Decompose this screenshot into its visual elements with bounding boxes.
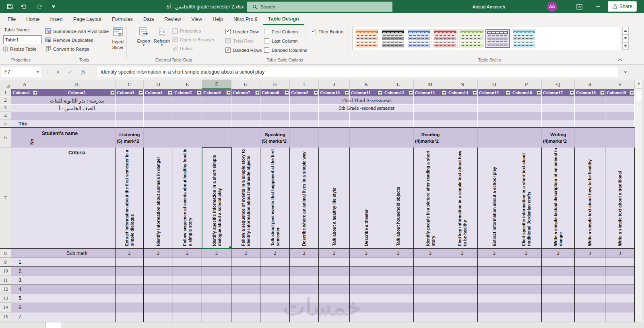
cell-F3[interactable] [202,105,231,112]
cell-A12[interactable] [11,285,38,294]
cell-P1[interactable]: Column16 [511,89,542,96]
cell-M3[interactable] [414,105,447,112]
cell-H15[interactable] [260,312,290,322]
cell-H5[interactable] [260,120,290,127]
cell-P5[interactable] [511,120,542,127]
filter-button-O[interactable] [506,90,510,95]
table-style-green[interactable] [459,29,484,48]
cell-K7[interactable]: Describe a theater [350,148,383,248]
cell-Q15[interactable] [542,312,575,322]
cell-K11[interactable] [350,276,383,285]
cell-O2[interactable] [478,97,511,104]
filter-button-J[interactable] [345,90,349,95]
cell-J5[interactable] [319,120,350,127]
row-header-6[interactable]: 6 [0,128,11,147]
cell-K5[interactable] [350,120,383,127]
sheet-tab-strip[interactable] [0,322,642,328]
redo-button[interactable] [33,0,45,13]
cell-Q2[interactable] [542,97,575,104]
col-header-Q[interactable]: Q [542,80,575,89]
cell-D5[interactable] [144,120,173,127]
active-cell-F7[interactable]: Identify specific information in a short… [202,148,231,248]
cell-S3[interactable] [605,105,635,112]
cell-S13[interactable] [605,294,635,303]
cell-C5[interactable] [116,120,144,127]
cell-J1[interactable]: Column10 [319,89,350,96]
cell-C14[interactable] [116,303,144,312]
cell-F10[interactable] [202,267,231,276]
cell-A1[interactable]: Column1 [11,89,38,96]
tab-table-design[interactable]: Table Design [263,13,304,25]
col-header-K[interactable]: K [350,80,383,89]
cell-S15[interactable] [605,312,635,322]
cell-D15[interactable] [144,312,173,322]
cell-E2[interactable] [173,97,202,104]
cell-I12[interactable] [290,285,319,294]
row-header-10[interactable]: 10 [0,267,11,276]
cell-C1[interactable]: Column3 [116,89,144,96]
cell-B9[interactable] [38,258,116,266]
cell-H13[interactable] [260,294,290,303]
select-all-corner[interactable] [0,80,11,89]
cell-M11[interactable] [414,276,447,285]
cell-A10[interactable] [11,267,38,276]
cell-C8[interactable]: 2 [116,249,144,258]
cell-H8[interactable]: 2 [260,249,290,258]
scroll-up-button[interactable] [635,80,642,87]
cell-O13[interactable] [478,294,511,303]
cell-I10[interactable] [290,267,319,276]
cell-I3[interactable] [290,105,319,112]
tab-view[interactable]: View [186,13,207,25]
row-header-14[interactable]: 14 [0,303,11,312]
formula-input[interactable]: Identify specific information in a short… [97,67,618,77]
cell-C11[interactable] [116,276,144,285]
tab-home[interactable]: Home [21,13,45,25]
user-name[interactable]: Amjad Amayreh [473,0,505,13]
cell-C4[interactable] [116,112,144,120]
cell-J8[interactable]: 2 [319,249,350,258]
cell-B5[interactable] [38,120,116,127]
external-properties-button[interactable]: Properties [172,28,201,34]
checkbox-first-column[interactable]: First Column [264,29,298,34]
cell-H9[interactable] [260,258,290,266]
cell-Q5[interactable] [542,120,575,127]
cell-A7[interactable] [11,148,38,248]
cell-D1[interactable]: Column4 [144,89,173,96]
cell-Q4[interactable] [542,112,575,120]
cell-B10[interactable] [38,267,116,276]
row-header-9[interactable]: 9 [0,258,11,266]
cell-M5[interactable] [414,120,447,127]
filter-button-Q[interactable] [570,90,574,95]
filter-button-A[interactable] [33,90,37,95]
row-header-5[interactable]: 5 [0,120,11,127]
cell-A4[interactable] [11,112,38,120]
cell-G9[interactable] [231,258,260,266]
col-header-F[interactable]: F [202,80,231,89]
cell-C10[interactable] [116,267,144,276]
cell-A9[interactable] [11,258,38,266]
filter-button-C[interactable] [138,90,143,95]
cell-E5[interactable] [173,120,202,127]
checkbox-filter-button[interactable]: Filter Button [311,29,343,34]
cell-E12[interactable] [173,285,202,294]
cell-N10[interactable] [447,267,478,276]
cell-B7[interactable] [38,148,116,248]
resize-table-button[interactable]: Resize Table [2,46,37,52]
cell-F11[interactable] [202,276,231,285]
cell-J6[interactable] [319,128,350,147]
cell-R11[interactable] [575,276,605,285]
cell-I7[interactable]: Describe where an animal lives in a simp… [290,148,319,248]
cell-Q13[interactable] [542,294,575,303]
cell-R4[interactable] [575,112,605,120]
cell-I15[interactable] [290,312,319,322]
fill-handle[interactable] [229,246,231,248]
filter-button-H[interactable] [285,90,289,95]
row-header-3[interactable]: 3 [0,105,11,112]
filter-button-B[interactable] [110,90,115,95]
cell-D7[interactable]: Identify information about animals in da… [144,148,173,248]
cell-S4[interactable] [605,112,635,120]
cell-R3[interactable] [575,105,605,112]
cell-R14[interactable] [575,303,605,312]
cell-L1[interactable]: Column12 [383,89,414,96]
cell-O8[interactable]: 2 [478,249,511,258]
